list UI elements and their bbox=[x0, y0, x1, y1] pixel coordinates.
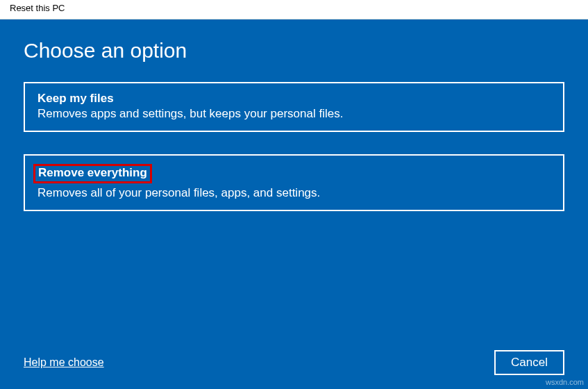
window-title: Reset this PC bbox=[10, 3, 65, 13]
footer: Help me choose Cancel bbox=[24, 350, 564, 375]
option-title: Keep my files bbox=[37, 92, 114, 106]
option-remove-everything[interactable]: Remove everything Removes all of your pe… bbox=[24, 154, 564, 211]
highlight-annotation: Remove everything bbox=[33, 164, 152, 183]
watermark: wsxdn.com bbox=[546, 378, 584, 386]
cancel-button[interactable]: Cancel bbox=[494, 350, 564, 375]
option-keep-my-files[interactable]: Keep my files Removes apps and settings,… bbox=[24, 82, 564, 132]
page-heading: Choose an option bbox=[24, 39, 564, 63]
reset-panel: Choose an option Keep my files Removes a… bbox=[0, 19, 588, 389]
window-titlebar: Reset this PC bbox=[0, 0, 588, 19]
option-description: Removes all of your personal files, apps… bbox=[37, 186, 551, 200]
help-me-choose-link[interactable]: Help me choose bbox=[24, 356, 104, 369]
option-title: Remove everything bbox=[38, 166, 147, 180]
option-description: Removes apps and settings, but keeps you… bbox=[37, 107, 551, 121]
